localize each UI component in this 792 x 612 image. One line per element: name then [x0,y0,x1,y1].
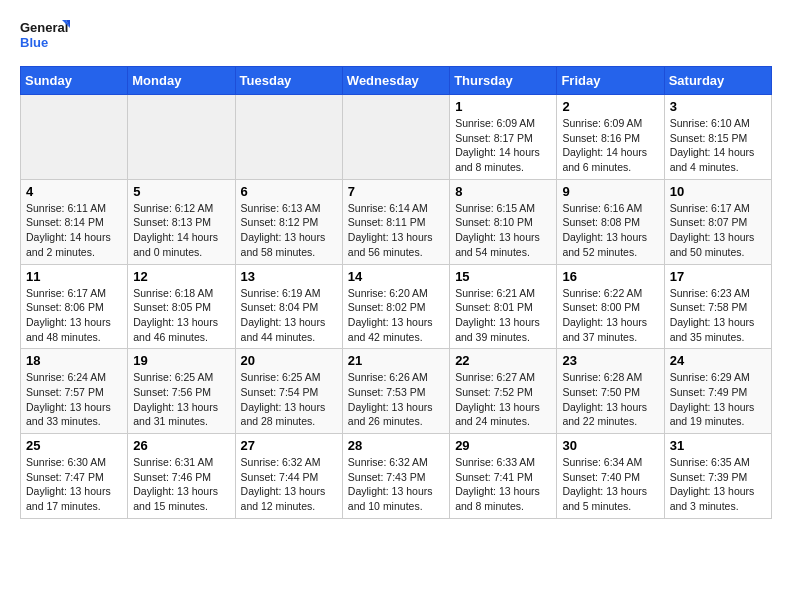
day-number: 23 [562,353,658,368]
calendar-cell [342,95,449,180]
day-number: 5 [133,184,229,199]
calendar-cell: 3Sunrise: 6:10 AMSunset: 8:15 PMDaylight… [664,95,771,180]
day-info: Sunrise: 6:32 AMSunset: 7:43 PMDaylight:… [348,455,444,514]
weekday-header-row: SundayMondayTuesdayWednesdayThursdayFrid… [21,67,772,95]
calendar-cell: 6Sunrise: 6:13 AMSunset: 8:12 PMDaylight… [235,179,342,264]
day-number: 8 [455,184,551,199]
day-info: Sunrise: 6:11 AMSunset: 8:14 PMDaylight:… [26,201,122,260]
calendar-cell: 16Sunrise: 6:22 AMSunset: 8:00 PMDayligh… [557,264,664,349]
day-number: 18 [26,353,122,368]
svg-text:Blue: Blue [20,35,48,50]
day-number: 21 [348,353,444,368]
calendar-table: SundayMondayTuesdayWednesdayThursdayFrid… [20,66,772,519]
day-info: Sunrise: 6:12 AMSunset: 8:13 PMDaylight:… [133,201,229,260]
day-number: 29 [455,438,551,453]
day-info: Sunrise: 6:31 AMSunset: 7:46 PMDaylight:… [133,455,229,514]
page-header: General Blue [20,16,772,56]
calendar-cell: 7Sunrise: 6:14 AMSunset: 8:11 PMDaylight… [342,179,449,264]
day-number: 15 [455,269,551,284]
day-info: Sunrise: 6:14 AMSunset: 8:11 PMDaylight:… [348,201,444,260]
day-number: 28 [348,438,444,453]
day-info: Sunrise: 6:09 AMSunset: 8:16 PMDaylight:… [562,116,658,175]
weekday-header-friday: Friday [557,67,664,95]
day-number: 2 [562,99,658,114]
weekday-header-tuesday: Tuesday [235,67,342,95]
day-info: Sunrise: 6:20 AMSunset: 8:02 PMDaylight:… [348,286,444,345]
calendar-cell [21,95,128,180]
calendar-cell: 1Sunrise: 6:09 AMSunset: 8:17 PMDaylight… [450,95,557,180]
calendar-week-row: 11Sunrise: 6:17 AMSunset: 8:06 PMDayligh… [21,264,772,349]
day-info: Sunrise: 6:21 AMSunset: 8:01 PMDaylight:… [455,286,551,345]
day-number: 12 [133,269,229,284]
calendar-cell: 23Sunrise: 6:28 AMSunset: 7:50 PMDayligh… [557,349,664,434]
weekday-header-monday: Monday [128,67,235,95]
day-number: 25 [26,438,122,453]
calendar-cell: 27Sunrise: 6:32 AMSunset: 7:44 PMDayligh… [235,434,342,519]
day-info: Sunrise: 6:29 AMSunset: 7:49 PMDaylight:… [670,370,766,429]
day-number: 17 [670,269,766,284]
day-info: Sunrise: 6:25 AMSunset: 7:54 PMDaylight:… [241,370,337,429]
calendar-cell: 25Sunrise: 6:30 AMSunset: 7:47 PMDayligh… [21,434,128,519]
calendar-week-row: 1Sunrise: 6:09 AMSunset: 8:17 PMDaylight… [21,95,772,180]
calendar-cell: 14Sunrise: 6:20 AMSunset: 8:02 PMDayligh… [342,264,449,349]
day-info: Sunrise: 6:33 AMSunset: 7:41 PMDaylight:… [455,455,551,514]
calendar-cell: 12Sunrise: 6:18 AMSunset: 8:05 PMDayligh… [128,264,235,349]
calendar-cell: 24Sunrise: 6:29 AMSunset: 7:49 PMDayligh… [664,349,771,434]
calendar-cell: 11Sunrise: 6:17 AMSunset: 8:06 PMDayligh… [21,264,128,349]
calendar-cell: 21Sunrise: 6:26 AMSunset: 7:53 PMDayligh… [342,349,449,434]
day-info: Sunrise: 6:13 AMSunset: 8:12 PMDaylight:… [241,201,337,260]
day-number: 13 [241,269,337,284]
day-number: 30 [562,438,658,453]
calendar-cell: 2Sunrise: 6:09 AMSunset: 8:16 PMDaylight… [557,95,664,180]
calendar-cell: 22Sunrise: 6:27 AMSunset: 7:52 PMDayligh… [450,349,557,434]
logo: General Blue [20,16,70,56]
calendar-cell [128,95,235,180]
calendar-cell: 30Sunrise: 6:34 AMSunset: 7:40 PMDayligh… [557,434,664,519]
weekday-header-thursday: Thursday [450,67,557,95]
day-info: Sunrise: 6:30 AMSunset: 7:47 PMDaylight:… [26,455,122,514]
day-number: 26 [133,438,229,453]
calendar-cell: 19Sunrise: 6:25 AMSunset: 7:56 PMDayligh… [128,349,235,434]
weekday-header-wednesday: Wednesday [342,67,449,95]
day-info: Sunrise: 6:17 AMSunset: 8:06 PMDaylight:… [26,286,122,345]
day-info: Sunrise: 6:18 AMSunset: 8:05 PMDaylight:… [133,286,229,345]
calendar-cell: 26Sunrise: 6:31 AMSunset: 7:46 PMDayligh… [128,434,235,519]
day-number: 22 [455,353,551,368]
calendar-cell: 18Sunrise: 6:24 AMSunset: 7:57 PMDayligh… [21,349,128,434]
calendar-cell: 28Sunrise: 6:32 AMSunset: 7:43 PMDayligh… [342,434,449,519]
day-number: 11 [26,269,122,284]
day-info: Sunrise: 6:35 AMSunset: 7:39 PMDaylight:… [670,455,766,514]
day-number: 3 [670,99,766,114]
calendar-week-row: 4Sunrise: 6:11 AMSunset: 8:14 PMDaylight… [21,179,772,264]
day-info: Sunrise: 6:28 AMSunset: 7:50 PMDaylight:… [562,370,658,429]
calendar-cell: 13Sunrise: 6:19 AMSunset: 8:04 PMDayligh… [235,264,342,349]
svg-text:General: General [20,20,68,35]
day-number: 10 [670,184,766,199]
weekday-header-saturday: Saturday [664,67,771,95]
calendar-cell: 4Sunrise: 6:11 AMSunset: 8:14 PMDaylight… [21,179,128,264]
day-number: 16 [562,269,658,284]
day-info: Sunrise: 6:15 AMSunset: 8:10 PMDaylight:… [455,201,551,260]
calendar-week-row: 18Sunrise: 6:24 AMSunset: 7:57 PMDayligh… [21,349,772,434]
day-info: Sunrise: 6:27 AMSunset: 7:52 PMDaylight:… [455,370,551,429]
day-info: Sunrise: 6:23 AMSunset: 7:58 PMDaylight:… [670,286,766,345]
calendar-cell: 8Sunrise: 6:15 AMSunset: 8:10 PMDaylight… [450,179,557,264]
day-number: 1 [455,99,551,114]
day-info: Sunrise: 6:25 AMSunset: 7:56 PMDaylight:… [133,370,229,429]
calendar-cell: 29Sunrise: 6:33 AMSunset: 7:41 PMDayligh… [450,434,557,519]
calendar-cell: 10Sunrise: 6:17 AMSunset: 8:07 PMDayligh… [664,179,771,264]
calendar-cell: 15Sunrise: 6:21 AMSunset: 8:01 PMDayligh… [450,264,557,349]
day-info: Sunrise: 6:10 AMSunset: 8:15 PMDaylight:… [670,116,766,175]
day-number: 6 [241,184,337,199]
day-info: Sunrise: 6:16 AMSunset: 8:08 PMDaylight:… [562,201,658,260]
day-info: Sunrise: 6:34 AMSunset: 7:40 PMDaylight:… [562,455,658,514]
day-number: 19 [133,353,229,368]
calendar-cell [235,95,342,180]
day-info: Sunrise: 6:17 AMSunset: 8:07 PMDaylight:… [670,201,766,260]
day-info: Sunrise: 6:32 AMSunset: 7:44 PMDaylight:… [241,455,337,514]
calendar-cell: 5Sunrise: 6:12 AMSunset: 8:13 PMDaylight… [128,179,235,264]
logo-svg: General Blue [20,16,70,56]
calendar-week-row: 25Sunrise: 6:30 AMSunset: 7:47 PMDayligh… [21,434,772,519]
day-info: Sunrise: 6:09 AMSunset: 8:17 PMDaylight:… [455,116,551,175]
calendar-cell: 20Sunrise: 6:25 AMSunset: 7:54 PMDayligh… [235,349,342,434]
